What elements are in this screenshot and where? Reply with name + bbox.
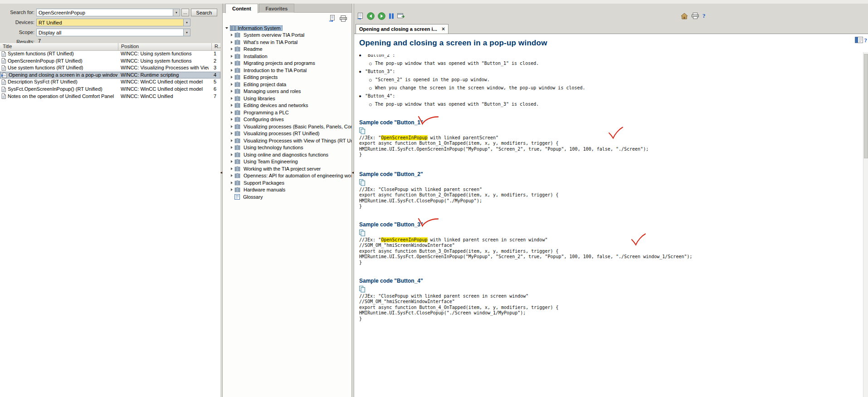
expand-icon[interactable] [231,104,233,107]
expand-icon[interactable] [231,118,233,121]
expand-icon[interactable] [231,83,233,86]
expand-icon[interactable] [231,111,233,114]
devices-label: Devices: [0,19,34,26]
column-header-rank[interactable]: R... [211,43,220,50]
result-row[interactable]: Description SysFct (RT Unified)WINCC: Wi… [0,78,220,86]
tree-item[interactable]: Editing devices and networks [223,102,351,109]
expand-icon[interactable] [231,69,233,72]
dropdown-arrow-icon[interactable]: ▼ [183,19,190,26]
section-heading: Sample code "Button_2" [359,171,423,177]
tree-item[interactable]: Programming a PLC [223,109,351,116]
tree-item[interactable]: Configuring drives [223,116,351,123]
tree-item[interactable]: Hardware manuals [223,186,351,194]
expand-icon[interactable] [231,55,233,58]
pause-icon[interactable] [389,13,394,20]
expand-icon[interactable] [231,188,233,191]
tree-item[interactable]: System overview TIA Portal [223,32,351,39]
tree-item[interactable]: Managing users and roles [223,88,351,95]
tree-item[interactable]: Glossary [223,193,351,201]
tree-item-label: Support Packages [242,180,286,186]
vertical-scrollbar[interactable] [863,52,868,397]
dropdown-arrow-icon[interactable]: ▼ [173,9,180,16]
result-row[interactable]: Opening and closing a screen in a pop-up… [0,72,220,79]
tree-item[interactable]: Editing project data [223,81,351,88]
expand-icon[interactable] [231,97,233,100]
expand-icon[interactable] [231,76,233,78]
expand-icon[interactable] [231,139,233,142]
toggle-panels-icon[interactable] [855,37,863,43]
result-row[interactable]: OpenScreenInPopup (RT Unified)WINCC: Usi… [0,58,220,65]
sample-code-section: Sample code "Button_2"//JEx: "ClosePopup… [359,170,853,178]
expand-icon[interactable] [231,181,233,184]
column-header-position[interactable]: Position [118,43,211,50]
new-window-icon[interactable] [397,13,405,20]
tree-item[interactable]: Openness: API for automation of engineer… [223,172,351,180]
scope-value: Display all [37,30,183,35]
expand-icon[interactable] [231,41,233,44]
expand-icon[interactable] [231,167,233,170]
result-position: WINCC: Runtime scripting [121,72,209,79]
scope-select[interactable]: Display all ▼ [36,29,190,36]
scrollbar-thumb[interactable] [864,54,868,158]
expand-icon[interactable] [231,34,233,36]
doc-current-icon [1,73,7,78]
tree-item-root[interactable]: Information System [223,25,351,32]
expand-icon[interactable] [231,153,233,156]
result-row[interactable]: SysFct.OpenScreenInPopup() (RT Unified)W… [0,86,220,93]
tree-item[interactable]: Migrating projects and programs [223,60,351,67]
help-icon[interactable]: ? [702,12,706,20]
tree-item[interactable]: Using online and diagnostics functions [223,151,351,158]
result-row[interactable]: Use system functions (RT Unified)WINCC: … [0,64,220,72]
help-icon[interactable]: ? [864,37,868,44]
tree-item[interactable]: Support Packages [223,179,351,186]
tab-favorites[interactable]: Favorites [259,4,295,13]
column-header-title[interactable]: Title [0,43,118,50]
tree-item[interactable]: Visualizing processes (RT Unified) [223,130,351,137]
tree-item[interactable]: Editing projects [223,74,351,81]
tree-item[interactable]: Visualizing Processes with View of Thing… [223,137,351,144]
expand-icon[interactable] [231,125,233,128]
tree-item[interactable]: Readme [223,46,351,53]
collapse-icon[interactable] [225,27,228,29]
close-icon[interactable]: × [442,26,445,32]
expand-icon[interactable] [231,146,233,149]
expand-icon[interactable] [231,174,233,177]
tree-item[interactable]: Working with the TIA project server [223,165,351,172]
tree-item[interactable]: Using Team Engineering [223,158,351,166]
home-icon[interactable] [681,13,688,20]
dropdown-arrow-icon[interactable]: ▼ [183,29,190,36]
expand-icon[interactable] [231,90,233,93]
tab-content[interactable]: Content [225,4,258,13]
tree-item[interactable]: What's new in TIA Portal [223,39,351,46]
expand-icon[interactable] [231,160,233,163]
browse-button[interactable]: ... [181,9,189,16]
expand-icon[interactable] [231,48,233,50]
expand-icon[interactable] [231,62,233,64]
result-title: System functions (RT Unified) [8,50,74,58]
back-icon[interactable] [367,12,375,20]
tree-item[interactable]: Installation [223,53,351,60]
tree-item[interactable]: Introduction to the TIA Portal [223,67,351,74]
result-position: WINCC: Using system functions [121,58,209,65]
page-title: Opening and closing a screen in a pop-up… [359,39,547,48]
tree-item-label: Using technology functions [242,145,304,150]
sync-toc-icon[interactable] [357,13,364,20]
devices-select[interactable]: RT Unified ▼ [36,19,190,26]
tree-item[interactable]: Visualizing processes (Basic Panels, Pan… [223,123,351,130]
tree-item[interactable]: Using technology functions [223,144,351,152]
print-icon[interactable] [692,13,699,19]
tree-item[interactable]: Using libraries [223,95,351,102]
print-icon[interactable] [340,15,347,22]
help-document-tab[interactable]: Opening and closing a screen i... × [356,24,449,34]
tree-item-label: Using Team Engineering [242,159,299,164]
book-icon [234,152,240,157]
search-button[interactable]: Search [191,9,217,16]
locate-in-toc-icon[interactable] [329,15,336,22]
tree-item-label: Using online and diagnostics functions [242,152,330,157]
forward-icon[interactable] [378,12,385,20]
result-row[interactable]: Notes on the operation of Unified Comfor… [0,93,220,100]
result-row[interactable]: System functions (RT Unified)WINCC: Usin… [0,50,220,58]
search-input[interactable]: OpenScreenInPopup ▼ [36,9,180,16]
expand-icon[interactable] [231,132,233,135]
tree-item-label: Visualizing processes (RT Unified) [242,131,321,136]
